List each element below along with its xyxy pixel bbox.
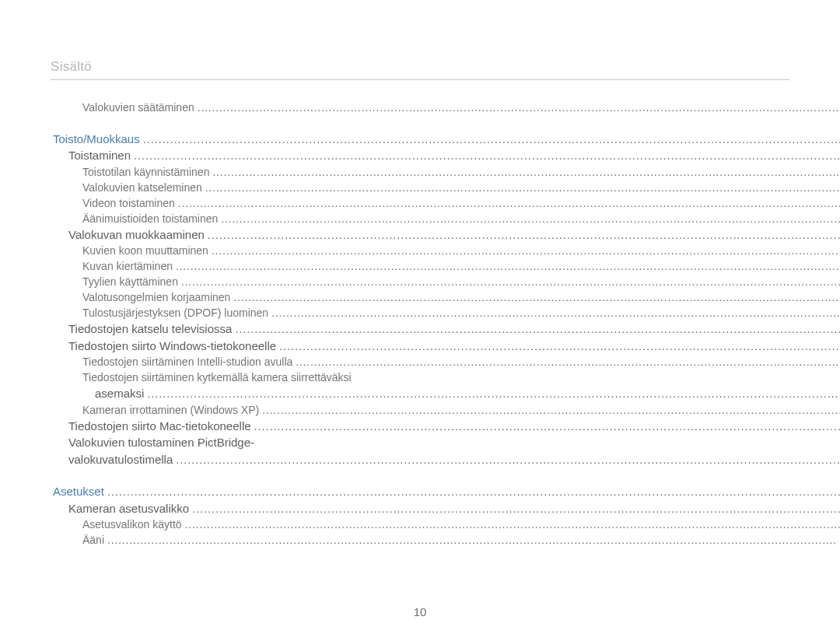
toc-entry[interactable]: Tiedostojen siirto Windows-tietokoneelle… [68,338,840,354]
toc-entry[interactable]: Toisto/Muokkaus53 [53,131,840,147]
toc-leader-dots [208,226,840,243]
toc-entry[interactable]: Asetukset75 [53,483,840,499]
toc-entry-label: Ääni [82,532,104,548]
toc-leader-dots [271,305,840,321]
toc-entry-label: valokuvatulostimella [68,451,173,468]
toc-entry[interactable]: Valotusongelmien korjaaminen64 [82,289,840,305]
toc-entry-label: Tyylien käyttäminen [82,274,178,289]
toc-entry-label: Toistotilan käynnistäminen [82,164,209,180]
toc-entry[interactable]: Toistotilan käynnistäminen54 [82,164,840,180]
page-number: 10 [414,605,427,618]
toc-entry-label: Kameran asetusvalikko [68,500,189,517]
toc-entry-label: Tiedostojen siirtäminen kytkemällä kamer… [82,370,352,385]
toc-entry[interactable]: Tiedostojen katselu televisiossa66 [68,321,840,337]
toc-section-label: Asetukset [53,483,104,499]
toc-leader-dots [147,385,840,401]
toc-entry[interactable]: Videon toistaminen59 [82,195,840,211]
toc-leader-dots [262,402,840,418]
toc-entry[interactable]: Äänimuistioiden toistaminen60 [82,211,840,226]
header-title: Sisältö [51,59,92,74]
toc-entry[interactable]: Tyylien käyttäminen63 [82,274,840,289]
toc-leader-dots [185,517,840,532]
toc-entry[interactable]: Tiedostojen siirtäminen kytkemällä kamer… [82,370,840,385]
toc-leader-dots [212,164,840,180]
toc-entry[interactable]: asemaksi71 [95,385,840,401]
toc-entry[interactable]: Tiedostojen siirto Mac-tietokoneelle73 [68,418,840,434]
toc-entry-label: Tiedostojen siirto Mac-tietokoneelle [68,418,251,434]
toc-entry[interactable]: Toistaminen54 [68,147,840,163]
toc-entry[interactable]: Kameran asetusvalikko76 [68,500,840,517]
toc-entry[interactable]: Asetusvalikon käyttö76 [82,517,840,532]
toc-entry[interactable]: Valokuvien katseleminen58 [82,180,840,195]
toc-leader-dots [233,289,840,305]
toc-entry-label: Valotusongelmien korjaaminen [82,289,230,305]
toc-leader-dots [296,354,840,370]
toc-leader-dots [198,100,840,115]
toc-entry-label: Videon toistaminen [82,195,175,211]
toc-leader-dots [176,258,840,274]
toc-entry[interactable]: Kameran irrottaminen (Windows XP)72 [82,402,840,418]
toc-leader-dots [254,418,840,434]
toc-entry[interactable]: Valokuvien säätäminen52 [82,100,840,115]
toc-entry-label: Toistaminen [68,147,131,163]
toc-leader-dots [181,274,840,289]
toc-leader-dots [107,483,840,499]
toc-entry-label: Valokuvien säätäminen [82,100,194,115]
toc-entry[interactable]: Tulostusjärjestyksen (DPOF) luominen65 [82,305,840,321]
toc-entry-label: Asetusvalikon käyttö [82,517,182,532]
toc-leader-dots [143,131,840,147]
toc-entry[interactable]: valokuvatulostimella74 [68,451,840,468]
toc-entry-label: Tulostusjärjestyksen (DPOF) luominen [82,305,268,321]
toc-column-left: Valokuvien säätäminen52Toisto/Muokkaus53… [53,100,840,548]
toc-entry-label: Tiedostojen siirto Windows-tietokoneelle [68,338,276,354]
toc-entry-label: Kuvan kiertäminen [82,258,173,274]
toc-leader-dots [221,211,840,226]
toc-columns: Valokuvien säätäminen52Toisto/Muokkaus53… [53,100,804,548]
toc-entry[interactable]: Valokuvien tulostaminen PictBridge- [68,434,840,450]
page-number-footer: 10 [0,605,840,618]
toc-leader-dots [134,147,840,163]
toc-leader-dots [212,243,840,258]
toc-leader-dots [235,321,840,337]
toc-leader-dots [178,195,840,211]
toc-entry-label: Valokuvien tulostaminen PictBridge- [68,434,254,450]
toc-entry-label: asemaksi [95,385,144,401]
toc-leader-dots [176,451,840,468]
toc-entry-label: Valokuvien katseleminen [82,180,202,195]
toc-leader-dots [205,180,840,195]
toc-entry-label: Kameran irrottaminen (Windows XP) [82,402,259,418]
toc-entry[interactable]: Ääni77 [82,532,840,548]
toc-leader-dots [107,532,840,548]
toc-section-label: Toisto/Muokkaus [53,131,140,147]
toc-leader-dots [192,500,840,517]
toc-entry-label: Äänimuistioiden toistaminen [82,211,218,226]
toc-entry-label: Valokuvan muokkaaminen [68,226,205,243]
toc-entry[interactable]: Tiedostojen siirtäminen Intelli-studion … [82,354,840,370]
page: Sisältö Valokuvien säätäminen52Toisto/Mu… [0,0,840,634]
toc-entry-label: Tiedostojen katselu televisiossa [68,321,232,337]
toc-entry[interactable]: Valokuvan muokkaaminen62 [68,226,840,243]
toc-entry[interactable]: Kuvan kiertäminen62 [82,258,840,274]
toc-entry[interactable]: Kuvien koon muuttaminen62 [82,243,840,258]
page-header: Sisältö [51,59,789,80]
toc-entry-label: Tiedostojen siirtäminen Intelli-studion … [82,354,292,370]
toc-leader-dots [279,338,840,354]
toc-entry-label: Kuvien koon muuttaminen [82,243,208,258]
